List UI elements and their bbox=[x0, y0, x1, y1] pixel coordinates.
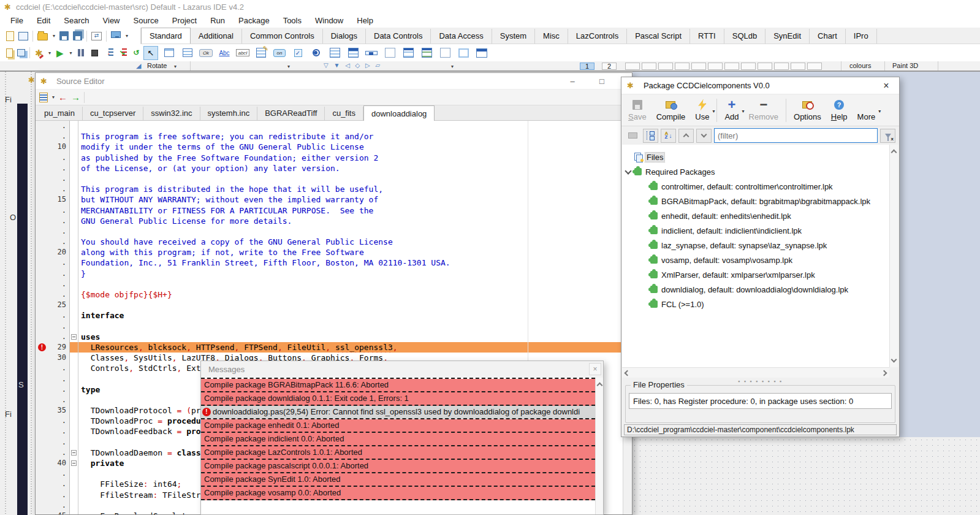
tlistbox-icon[interactable] bbox=[327, 46, 342, 60]
new-form-icon[interactable] bbox=[18, 32, 28, 40]
paint-swatch[interactable] bbox=[691, 63, 706, 70]
tmainmenu-icon[interactable] bbox=[162, 46, 177, 60]
step-over-icon[interactable]: ↘ bbox=[118, 47, 127, 58]
jump-history-icon[interactable] bbox=[39, 93, 48, 102]
palette-tab-pascal-script[interactable]: Pascal Script bbox=[627, 29, 690, 44]
tree-item-xmlparser[interactable]: XmlParser, default: xmlparser\xmlparser.… bbox=[622, 267, 889, 282]
menu-package[interactable]: Package bbox=[232, 15, 276, 26]
palette-tab-rtti[interactable]: RTTI bbox=[690, 29, 724, 44]
message-row[interactable]: Compile package vosamp 0.0: Aborted bbox=[201, 487, 595, 500]
palette-tab-standard[interactable]: Standard bbox=[141, 28, 191, 44]
tlabel-icon[interactable]: Abc bbox=[217, 46, 232, 60]
paint-swatch[interactable] bbox=[774, 63, 789, 70]
tree-item-vosamp[interactable]: vosamp, default: vosamp\vosamp.lpk bbox=[622, 253, 889, 267]
step-into-icon[interactable]: ↓ bbox=[104, 47, 113, 58]
cursor-tool-button[interactable]: ↖ bbox=[143, 46, 158, 60]
twindow-icon[interactable] bbox=[474, 46, 489, 60]
tree-item-bgrabitmappack[interactable]: BGRABitmapPack, default: bgrabitmap\bgra… bbox=[622, 194, 889, 208]
menu-window[interactable]: Window bbox=[308, 15, 350, 26]
editor-tab-cu-fits[interactable]: cu_fits bbox=[325, 107, 363, 120]
clear-filter-button[interactable]: x bbox=[880, 129, 895, 143]
build-mode-icon-dropdown[interactable]: ▾ bbox=[48, 50, 51, 56]
tree-item-files[interactable]: Files bbox=[622, 150, 889, 164]
filter-input[interactable] bbox=[714, 128, 878, 143]
paint-swatch[interactable] bbox=[642, 63, 656, 70]
message-row[interactable]: Compile package LazControls 1.0.1: Abort… bbox=[201, 446, 595, 460]
tpanel-icon[interactable] bbox=[438, 46, 452, 60]
help-button[interactable]: ?Help bbox=[827, 97, 852, 123]
palette-tab-data-access[interactable]: Data Access bbox=[431, 29, 492, 44]
message-row[interactable]: Compile package pascalscript 0.0.0.1: Ab… bbox=[201, 460, 595, 473]
palette-tab-chart[interactable]: Chart bbox=[810, 29, 846, 44]
paint-swatch[interactable] bbox=[741, 63, 756, 70]
jump-dropdown-icon[interactable]: ▾ bbox=[52, 94, 55, 100]
step-out-icon[interactable]: ↺ bbox=[131, 47, 140, 58]
palette-tab-misc[interactable]: Misc bbox=[535, 29, 568, 44]
build-mode-icon[interactable]: ✱ bbox=[34, 47, 44, 58]
compile-button[interactable]: Compile bbox=[652, 97, 690, 123]
move-up-button[interactable] bbox=[678, 129, 694, 143]
tpopupmenu-icon[interactable] bbox=[180, 46, 195, 60]
palette-tab-sqldb[interactable]: SQLdb bbox=[724, 29, 765, 44]
palette-tab-data-controls[interactable]: Data Controls bbox=[366, 29, 431, 44]
directory-hierarchy-button[interactable] bbox=[643, 129, 658, 143]
tree-item-controltimer[interactable]: controltimer, default: controltimer\cont… bbox=[622, 179, 889, 194]
messages-titlebar[interactable]: Messages × bbox=[201, 361, 603, 378]
view-units-icon-dropdown[interactable]: ▾ bbox=[126, 33, 128, 39]
tree-item-fcl-1-0-[interactable]: FCL (>=1.0) bbox=[622, 297, 889, 311]
menu-help[interactable]: Help bbox=[350, 15, 380, 26]
save-icon[interactable] bbox=[59, 31, 69, 40]
save-all-icon[interactable] bbox=[73, 31, 82, 40]
tbutton-icon[interactable]: Ok bbox=[199, 46, 213, 60]
menu-search[interactable]: Search bbox=[57, 15, 96, 26]
paint-swatch[interactable] bbox=[724, 63, 739, 70]
windows-icon[interactable] bbox=[17, 49, 25, 56]
paint-swatch[interactable] bbox=[807, 63, 822, 70]
message-row[interactable]: Compile package indiclient 0.0: Aborted bbox=[201, 433, 595, 446]
menu-source[interactable]: Source bbox=[127, 15, 165, 26]
run-icon[interactable]: ▶ bbox=[55, 47, 64, 58]
paint-shapes-icons[interactable]: ▽ ▼ ◁ ◇ ▷ ▱ bbox=[324, 62, 382, 69]
palette-tab-system[interactable]: System bbox=[492, 29, 535, 44]
tree-item-required-packages[interactable]: Required Packages bbox=[622, 164, 889, 179]
fold-marker[interactable] bbox=[71, 460, 77, 466]
fold-marker[interactable] bbox=[71, 450, 77, 456]
message-row[interactable]: Compile package enhedit 0.1: Aborted bbox=[201, 419, 595, 433]
pause-icon[interactable] bbox=[77, 47, 86, 58]
palette-tab-synedit[interactable]: SynEdit bbox=[765, 29, 810, 44]
editor-tab-systemh-inc[interactable]: systemh.inc bbox=[200, 107, 258, 120]
minimize-button[interactable]: – bbox=[567, 75, 578, 86]
open-icon[interactable] bbox=[37, 33, 48, 40]
sort-alphabetically-button[interactable]: AZ↓ bbox=[661, 129, 676, 143]
message-row[interactable]: Compile package SynEdit 1.0: Aborted bbox=[201, 473, 595, 487]
editor-tab-cu-tcpserver[interactable]: cu_tcpserver bbox=[83, 107, 143, 120]
package-titlebar[interactable]: ✱ Package CCDCielcomponents V0.0 × bbox=[621, 77, 899, 94]
editor-tab-bgrareadtiff[interactable]: BGRAReadTiff bbox=[257, 107, 325, 120]
message-row[interactable]: Compile package downldialog 0.1.1: Exit … bbox=[201, 392, 595, 406]
menu-file[interactable]: File bbox=[4, 15, 30, 26]
tcheckgroup-icon[interactable] bbox=[419, 46, 434, 60]
shapes-dropdown-icon[interactable]: ▾ bbox=[451, 64, 454, 69]
palette-tab-additional[interactable]: Additional bbox=[191, 29, 242, 44]
menu-view[interactable]: View bbox=[96, 15, 127, 26]
tscrollbar-icon[interactable] bbox=[364, 46, 379, 60]
forward-arrow-icon[interactable]: → bbox=[71, 92, 80, 102]
copy-icon[interactable] bbox=[6, 48, 13, 58]
tcheckbox-icon[interactable]: ✓ bbox=[291, 46, 305, 60]
menu-tools[interactable]: Tools bbox=[276, 15, 308, 26]
message-row[interactable]: Compile package BGRABitmapPack 11.6.6: A… bbox=[201, 379, 595, 392]
tmemo-icon[interactable] bbox=[254, 46, 268, 60]
package-close-button[interactable]: × bbox=[879, 79, 893, 93]
fold-marker[interactable] bbox=[71, 334, 77, 340]
back-arrow-icon[interactable]: ← bbox=[58, 92, 67, 102]
editor-tab-sswin32-inc[interactable]: sswin32.inc bbox=[143, 107, 200, 120]
paint-rotate-label[interactable]: Rotate bbox=[147, 62, 167, 69]
stop-icon[interactable] bbox=[90, 47, 99, 58]
paint-swatch[interactable] bbox=[658, 63, 673, 70]
view-units-icon[interactable] bbox=[111, 31, 121, 38]
tcombobox-icon[interactable] bbox=[346, 46, 360, 60]
expand-chevron-icon[interactable] bbox=[625, 167, 631, 174]
palette-tab-dialogs[interactable]: Dialogs bbox=[323, 29, 366, 44]
rotate-dropdown-icon[interactable]: ▾ bbox=[174, 64, 177, 69]
tgroupbox-icon[interactable] bbox=[382, 46, 397, 60]
